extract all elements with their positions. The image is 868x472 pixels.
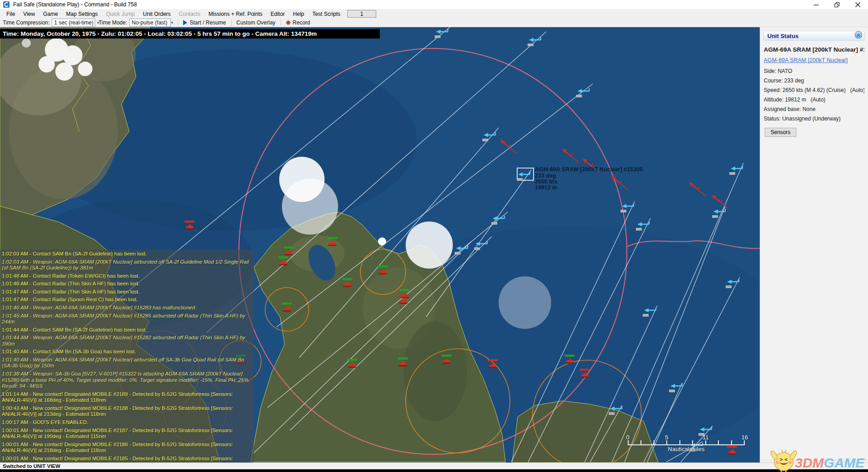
toolbar-separator [178, 19, 178, 26]
burst-circle [378, 237, 386, 246]
time-mode-label: Time Mode: [99, 19, 127, 26]
test-scripts-counter[interactable]: 1 [347, 10, 376, 18]
datalink-box [609, 412, 615, 415]
close-button[interactable] [847, 0, 868, 9]
menu-item-help[interactable]: Help [289, 10, 308, 18]
vehicle-base [728, 454, 736, 455]
health-bar [327, 237, 337, 239]
custom-overlay-button[interactable]: Custom Overlay [235, 19, 277, 26]
start-resume-button[interactable]: Start / Resume [181, 19, 228, 26]
burst-circle [406, 222, 453, 269]
collapse-panel-button[interactable] [854, 31, 863, 41]
vehicle-base [566, 363, 574, 364]
vehicle-base [185, 229, 194, 230]
vehicle-base [401, 297, 409, 298]
app-window: Fail Safe (Standalone Play) - Command - … [0, 0, 868, 472]
vehicle-base [489, 367, 497, 368]
burst-circle [282, 178, 338, 235]
vehicle-base [328, 245, 336, 246]
log-message: 1:01:46 AM - Weapon: AGM-69A SRAM [200kT… [2, 305, 252, 311]
health-bar [398, 295, 408, 297]
datalink-box [712, 215, 718, 218]
menu-bar: FileViewGameMap SettingsQuick JumpUnit O… [0, 9, 868, 19]
datalink-box [435, 35, 441, 38]
menu-item-missions-ref-points[interactable]: Missions + Ref. Points [204, 10, 267, 18]
log-message: 1:01:40 AM - Weapon: AGM-69A SRAM [200kT… [2, 357, 252, 369]
restore-button[interactable] [826, 0, 847, 9]
time-mode-select[interactable]: No-pulse (fast)▾ [129, 19, 171, 27]
menu-item-unit-orders[interactable]: Unit Orders [139, 10, 175, 18]
play-icon [183, 20, 187, 25]
datalink-box [482, 139, 488, 141]
selected-unit-link[interactable]: AGM-69A SRAM [200kT Nuclear] [764, 57, 864, 63]
log-message: 1:00:17 AM - GOD'S EYE ENABLED. [2, 419, 252, 426]
log-message: 1:02:03 AM - Contact SAM Bn (SA-2f Guide… [2, 251, 252, 257]
selected-unit-label-line: 233 deg [535, 173, 556, 179]
health-bar [565, 355, 575, 357]
minimize-button[interactable] [805, 0, 826, 9]
menu-item-editor[interactable]: Editor [267, 10, 289, 18]
unit-field: Course: 233 deg [764, 77, 864, 84]
datalink-box [474, 247, 480, 250]
health-bar [441, 355, 451, 357]
health-bar [184, 221, 194, 223]
vehicle-base [399, 366, 407, 366]
status-bar-text: Switched to UNIT VIEW [3, 463, 60, 469]
menu-item-map-settings[interactable]: Map Settings [62, 10, 102, 18]
toolbar-separator [281, 19, 281, 26]
log-message: 1:01:48 AM - Contact Radar (Thin Skin A … [2, 281, 252, 287]
vehicle-base [279, 265, 287, 265]
unit-field: Speed: 2650 kts (M 4.62) (Cruise) (Auto) [764, 87, 864, 93]
message-log: 1:02:03 AM - Contact SAM Bn (SA-2f Guide… [0, 250, 254, 462]
vehicle-base [285, 255, 293, 255]
log-message: 1:01:38 AM - Weapon: SA-3b Goa [5V27, V-… [2, 371, 252, 390]
tactical-map[interactable]: AGM-69A SRAM [200kT Nuclear] #15305233 d… [0, 27, 760, 462]
menu-item-quick-jump: Quick Jump [102, 10, 139, 18]
menu-item-test-scripts[interactable]: Test Scripts [308, 10, 344, 18]
log-message: 1:00:43 AM - New contact! Designated MOB… [2, 405, 252, 418]
health-bar [400, 289, 410, 291]
datalink-box [517, 178, 523, 181]
window-title: Fail Safe (Standalone Play) - Command - … [13, 1, 805, 8]
menu-item-view[interactable]: View [19, 10, 39, 18]
health-bar [398, 357, 408, 360]
record-button[interactable]: Record [284, 19, 312, 26]
unit-status-panel: Unit Status AGM-69A SRAM [200kT Nuclear]… [760, 27, 868, 462]
datalink-box [636, 228, 642, 231]
vehicle-base [442, 363, 451, 364]
log-message: 1:01:40 AM - Contact SAM Bn (SA-3b Goa) … [2, 349, 252, 355]
datalink-box [643, 314, 649, 317]
scale-ticks [628, 440, 745, 445]
datalink-box [491, 222, 497, 225]
unit-field: Assigned base: None [764, 106, 864, 112]
menu-item-contacts: Contacts [175, 10, 204, 18]
time-compression-select[interactable]: 1 sec (real-time)▾ [52, 19, 95, 27]
menu-item-game[interactable]: Game [39, 10, 62, 18]
scale-tick-label: 5 [665, 434, 668, 441]
toolbar: Time Compression: 1 sec (real-time)▾ Tim… [0, 19, 868, 27]
unit-status-header: Unit Status [763, 31, 865, 41]
map-scale-bar: 051116 Nautical miles [628, 434, 745, 453]
vehicle-base [348, 367, 356, 368]
log-message: 1:02:03 AM - Weapon: AGM-69A SRAM [200kT… [2, 259, 252, 271]
sensors-button[interactable]: Sensors [765, 128, 796, 137]
vehicle-base [283, 311, 291, 312]
selected-unit-label-line: 2650 kts [535, 178, 557, 185]
chevron-down-icon: ▾ [171, 20, 173, 25]
health-bar [278, 256, 288, 259]
health-bar [342, 278, 352, 280]
scale-tick-label: 11 [703, 434, 709, 441]
title-bar: Fail Safe (Standalone Play) - Command - … [0, 0, 868, 9]
scale-caption: Nautical miles [628, 446, 745, 453]
health-bar [284, 246, 294, 249]
unit-field: Altitude: 19812 m (Auto) [764, 96, 864, 103]
toolbar-separator [231, 19, 232, 26]
watermark-game: GAME [824, 455, 864, 470]
datalink-box [729, 172, 735, 175]
menu-item-file[interactable]: File [2, 10, 19, 18]
datalink-box [621, 210, 626, 212]
watermark: 3DMGAME [770, 445, 864, 472]
vehicle-base [581, 377, 589, 378]
log-message: 1:00:01 AM - New contact! Designated MOB… [2, 456, 252, 462]
health-bar [580, 369, 590, 371]
